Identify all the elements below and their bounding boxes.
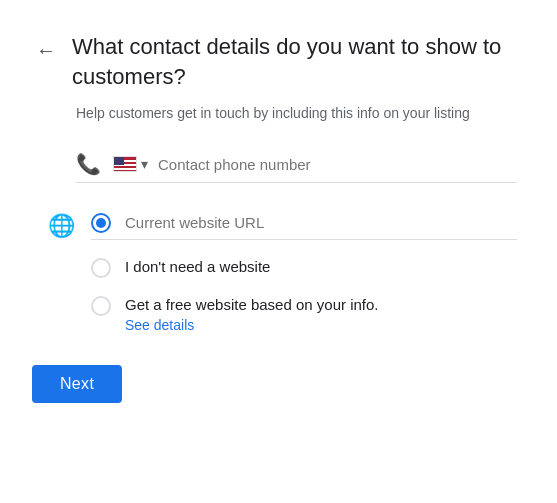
no-website-option-row[interactable]: I don't need a website: [91, 256, 517, 278]
back-button[interactable]: ←: [32, 36, 60, 64]
page-subtitle: Help customers get in touch by including…: [76, 103, 517, 124]
free-website-option-row[interactable]: Get a free website based on your info. S…: [91, 294, 517, 333]
country-selector[interactable]: ▾: [113, 156, 148, 172]
page-container: ← What contact details do you want to sh…: [0, 0, 557, 503]
current-website-option-row: [91, 211, 517, 240]
free-website-text: Get a free website based on your info. S…: [125, 294, 517, 333]
website-section: 🌐 I don't need a website Get a free webs…: [48, 211, 517, 333]
us-flag: [113, 156, 137, 172]
website-options: I don't need a website Get a free websit…: [91, 211, 517, 333]
globe-icon: 🌐: [48, 213, 75, 239]
see-details-link[interactable]: See details: [125, 317, 517, 333]
free-website-radio[interactable]: [91, 296, 111, 316]
phone-icon: 📞: [76, 152, 101, 176]
no-website-text: I don't need a website: [125, 256, 517, 277]
phone-row: 📞 ▾: [76, 152, 517, 183]
website-url-input[interactable]: [125, 214, 517, 231]
no-website-radio[interactable]: [91, 258, 111, 278]
no-website-label: I don't need a website: [125, 258, 270, 275]
phone-input[interactable]: [158, 156, 517, 173]
current-website-radio[interactable]: [91, 213, 111, 233]
free-website-label: Get a free website based on your info.: [125, 296, 378, 313]
page-title: What contact details do you want to show…: [72, 32, 517, 91]
chevron-down-icon: ▾: [141, 156, 148, 172]
next-button[interactable]: Next: [32, 365, 122, 403]
header-row: ← What contact details do you want to sh…: [32, 32, 517, 91]
